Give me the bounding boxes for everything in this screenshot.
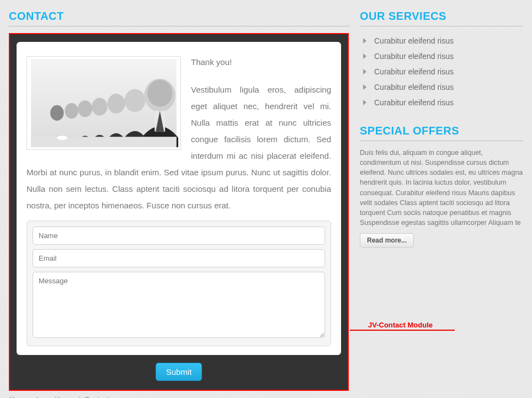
svg-point-5 [108,94,125,114]
svg-rect-10 [31,137,177,147]
message-field[interactable] [33,272,325,338]
name-field[interactable] [33,227,325,245]
contact-body: Thank you! Vestibulum ligula eros, adipi… [26,54,331,214]
list-item[interactable]: Curabitur eleifend risus [362,49,523,64]
list-item[interactable]: Curabitur eleifend risus [362,64,523,79]
contact-form [26,220,331,346]
submit-button[interactable]: Submit [156,363,203,381]
svg-point-11 [57,136,67,140]
list-item[interactable]: Curabitur eleifend risus [362,33,523,49]
svg-point-4 [125,89,146,112]
list-item[interactable]: Curabitur eleifend risus [362,79,523,95]
email-field[interactable] [33,249,325,267]
services-title: OUR SERVIECS [360,10,523,26]
svg-point-9 [50,105,63,121]
breadcrumb-home-link[interactable]: Home [55,395,74,398]
svg-point-8 [65,103,78,119]
contact-image [26,56,181,150]
breadcrumb-separator: / [78,395,81,398]
contact-module: Thank you! Vestibulum ligula eros, adipi… [9,33,349,391]
svg-point-6 [92,98,107,116]
services-list: Curabitur eleifend risus Curabitur eleif… [362,33,523,110]
annotation-label: JV-Contact Module [368,321,433,329]
breadcrumb-prefix: You are here: [10,395,53,398]
list-item[interactable]: Curabitur eleifend risus [362,95,523,110]
svg-point-2 [147,80,172,107]
svg-point-7 [78,100,92,117]
breadcrumb-current: Contact [84,395,109,398]
breadcrumb: You are here: Home / Contact [9,391,350,398]
offers-text: Duis felis dui, aliquam in congue alique… [360,148,523,228]
read-more-button[interactable]: Read more... [360,233,414,248]
annotation-line [350,330,455,331]
offers-title: SPECIAL OFFERS [360,125,523,141]
contact-title: CONTACT [9,10,350,26]
